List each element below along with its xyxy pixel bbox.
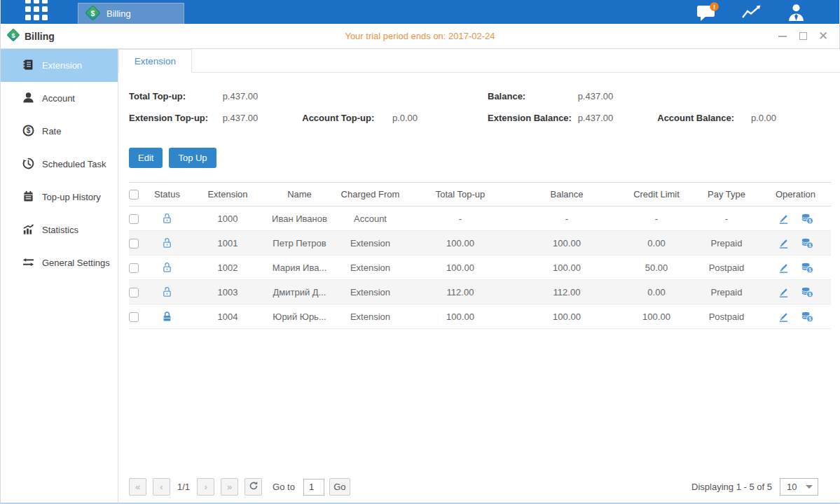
table-header-row: Status Extension Name Charged From Total…: [129, 183, 831, 206]
cell-total-topup: 100.00: [407, 255, 514, 280]
cell-charged-from: Extension: [333, 304, 407, 329]
row-top-up-button[interactable]: $: [801, 286, 813, 298]
cell-extension: 1002: [190, 255, 266, 280]
status-unlocked-icon: [162, 286, 172, 296]
taskbar-tab-billing[interactable]: $ Billing: [78, 3, 184, 24]
row-edit-button[interactable]: [778, 286, 790, 298]
row-checkbox[interactable]: [129, 263, 139, 273]
row-checkbox[interactable]: [129, 239, 139, 248]
cell-charged-from: Extension: [333, 280, 407, 304]
close-button[interactable]: ✕: [818, 31, 828, 41]
notification-badge: !: [713, 4, 715, 10]
chat-icon[interactable]: !: [695, 1, 720, 22]
svg-text:$: $: [808, 316, 811, 321]
svg-text:$: $: [808, 267, 811, 272]
prev-page-button[interactable]: ‹: [153, 478, 170, 496]
row-edit-button[interactable]: [778, 261, 790, 273]
cell-credit-limit: 0.00: [620, 280, 693, 304]
goto-page-input[interactable]: [303, 479, 324, 496]
status-unlocked-icon: [162, 237, 172, 247]
sidebar-item-statistics[interactable]: Statistics: [1, 214, 118, 246]
last-page-button[interactable]: »: [221, 478, 238, 496]
cell-name: Юрий Юрь...: [266, 304, 333, 329]
cell-charged-from: Extension: [333, 255, 407, 280]
cell-pay-type: Prepaid: [693, 280, 760, 304]
table-row: 1001Петр ПетровExtension100.00100.000.00…: [129, 231, 831, 255]
go-button[interactable]: Go: [329, 478, 350, 496]
cell-credit-limit: 0.00: [620, 231, 693, 255]
sidebar-item-label: Scheduled Task: [42, 159, 106, 169]
tab-extension[interactable]: Extension: [118, 49, 192, 73]
cell-charged-from: Account: [333, 206, 407, 231]
svg-text:$: $: [808, 242, 811, 248]
status-unlocked-icon: [162, 212, 172, 223]
page-size-select[interactable]: 10: [780, 478, 818, 496]
first-page-button[interactable]: «: [129, 478, 146, 496]
sidebar-item-general-settings[interactable]: General Settings: [1, 246, 118, 279]
goto-label: Go to: [273, 482, 295, 492]
sidebar-item-top-up-history[interactable]: Top-up History: [1, 181, 118, 214]
col-charged-from: Charged From: [333, 183, 407, 206]
total-topup-label: Total Top-up:: [129, 85, 220, 107]
col-total-topup: Total Top-up: [407, 183, 514, 206]
top-up-history-icon: [22, 190, 34, 204]
refresh-button[interactable]: [245, 478, 262, 496]
row-checkbox[interactable]: [129, 214, 139, 224]
chevron-down-icon: [806, 485, 813, 489]
row-top-up-button[interactable]: $: [801, 261, 813, 273]
table-row: 1003Дмитрий Д...Extension112.00112.000.0…: [129, 280, 831, 304]
billing-app-icon: $: [6, 28, 20, 45]
chart-icon[interactable]: [739, 1, 764, 22]
cell-extension: 1001: [190, 231, 266, 255]
topbar-actions: !: [695, 0, 808, 24]
cell-name: Иван Иванов: [266, 206, 333, 231]
minimize-button[interactable]: [778, 31, 787, 41]
system-topbar: $ Billing !: [1, 0, 839, 24]
cell-credit-limit: 50.00: [620, 255, 693, 280]
general-settings-icon: [22, 256, 34, 270]
pagination-bar: « ‹ 1/1 › » Go to Go Display: [129, 478, 831, 496]
sidebar-item-label: Top-up History: [42, 192, 101, 202]
cell-credit-limit: 100.00: [620, 304, 693, 329]
sidebar-item-account[interactable]: Account: [1, 82, 118, 115]
user-icon[interactable]: [783, 1, 808, 22]
table-row: 1002Мария Ива...Extension100.00100.0050.…: [129, 255, 831, 280]
statistics-icon: [22, 223, 34, 237]
cell-pay-type: Prepaid: [693, 231, 760, 255]
next-page-button[interactable]: ›: [197, 478, 214, 496]
row-edit-button[interactable]: [778, 237, 790, 248]
select-all-checkbox[interactable]: [129, 190, 139, 200]
col-operation: Operation: [760, 183, 831, 206]
taskbar-tab-label: Billing: [106, 8, 131, 19]
sidebar-item-rate[interactable]: $ Rate: [1, 115, 118, 148]
table-row: 1000Иван ИвановAccount----$: [129, 206, 831, 231]
cell-total-topup: 112.00: [407, 280, 514, 304]
row-edit-button[interactable]: [778, 310, 790, 322]
account-topup-value: p.0.00: [392, 107, 418, 129]
row-checkbox[interactable]: [129, 312, 139, 322]
app-launcher-icon[interactable]: [25, 0, 48, 20]
cell-extension: 1004: [190, 304, 266, 329]
sidebar-item-scheduled-task[interactable]: Scheduled Task: [1, 148, 118, 181]
sidebar-item-extension[interactable]: Extension: [1, 49, 118, 82]
svg-text:$: $: [91, 8, 95, 17]
cell-balance: 112.00: [514, 280, 620, 304]
summary-panel: Total Top-up: p.437.00 Extension Top-up:…: [129, 85, 831, 129]
svg-text:$: $: [27, 127, 31, 134]
row-top-up-button[interactable]: $: [801, 212, 813, 224]
maximize-button[interactable]: [798, 31, 808, 41]
row-checkbox[interactable]: [129, 288, 139, 298]
edit-button[interactable]: Edit: [129, 148, 163, 168]
cell-total-topup: 100.00: [407, 231, 514, 255]
extension-balance-value: p.437.00: [578, 107, 655, 129]
cell-balance: 100.00: [514, 231, 620, 255]
row-top-up-button[interactable]: $: [801, 310, 813, 322]
cell-total-topup: 100.00: [407, 304, 514, 329]
refresh-icon: [249, 481, 259, 493]
row-edit-button[interactable]: [778, 212, 790, 224]
page-indicator: 1/1: [177, 482, 190, 492]
top-up-button[interactable]: Top Up: [169, 148, 216, 168]
row-top-up-button[interactable]: $: [801, 237, 813, 248]
extension-balance-label: Extension Balance:: [488, 107, 575, 129]
account-icon: [22, 92, 34, 106]
